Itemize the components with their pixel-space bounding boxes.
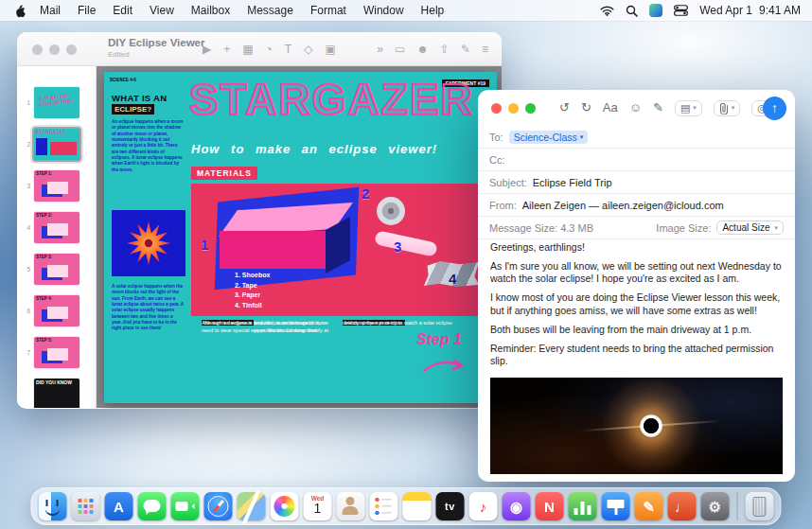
slide-thumb-box[interactable]: OUR BIG FAT ECLIPSE TRIP! xyxy=(34,87,79,118)
dock-icon-facetime[interactable] xyxy=(171,492,200,520)
menu-item[interactable]: Window xyxy=(355,0,413,21)
dock-icon-contacts[interactable] xyxy=(337,492,365,520)
subject-field-row[interactable]: Subject: Eclipse Field Trip xyxy=(478,171,795,194)
dock-icon-settings[interactable]: ⚙ xyxy=(701,492,730,520)
dock-icon-podcasts[interactable]: ◉ xyxy=(503,492,531,520)
format-text-icon[interactable]: Aa xyxy=(603,98,618,117)
slide-canvas[interactable]: SCIENCE 4-6 EXPERIMENT #19 WHAT IS AN EC… xyxy=(97,66,502,408)
dock-icon-garageband[interactable]: ♩ xyxy=(668,492,697,520)
send-button[interactable]: ↑ xyxy=(763,97,786,120)
pages-window[interactable]: DIY Eclipse Viewer Edited ▶+▦◔T◇▣ »▭☻⇧✎≡… xyxy=(17,32,502,409)
eclipse-attachment-image[interactable] xyxy=(490,378,783,474)
slide-thumbnail[interactable]: 6 STEP 4: xyxy=(21,295,96,326)
slide-thumb-box[interactable]: STEP 4: xyxy=(34,295,79,326)
markup-icon[interactable]: ✎ xyxy=(653,98,663,117)
pages-titlebar[interactable]: DIY Eclipse Viewer Edited ▶+▦◔T◇▣ »▭☻⇧✎≡ xyxy=(17,32,502,66)
dock-icon-finder[interactable] xyxy=(39,492,67,520)
message-body-editor[interactable]: Greetings, earthlings!As I'm sure you al… xyxy=(490,241,783,374)
slide-thumbnail[interactable]: 4 STEP 2: xyxy=(21,212,96,243)
dock-icon-calendar[interactable] xyxy=(304,492,332,520)
slide-thumb-box[interactable]: STEP 5: xyxy=(34,337,79,368)
dock-icon-safari[interactable] xyxy=(204,492,233,520)
image-size-dropdown[interactable]: Actual Size ▾ xyxy=(716,220,784,235)
recipient-token[interactable]: Science-Class ▾ xyxy=(509,131,589,144)
slide-thumbnail[interactable]: DID YOU KNOW xyxy=(21,379,96,408)
menu-item[interactable]: View xyxy=(141,0,183,21)
menu-item[interactable]: Help xyxy=(413,0,453,21)
from-field-row[interactable]: From: Aileen Zeigen — aileen.zeigen@iclo… xyxy=(478,194,795,217)
shape-icon[interactable]: ◇ xyxy=(304,41,312,58)
redo-icon[interactable]: ↻ xyxy=(581,98,591,117)
dock-icon-photos[interactable] xyxy=(271,492,299,520)
close-button[interactable] xyxy=(491,103,502,114)
dock-icon-news[interactable]: N xyxy=(536,492,564,520)
menu-item[interactable]: Format xyxy=(302,0,355,21)
menu-item[interactable]: Mailbox xyxy=(183,0,238,21)
slide-thumbnail[interactable]: 5 STEP 3: xyxy=(21,254,96,285)
share-icon[interactable]: ⇧ xyxy=(440,41,450,58)
dock-icon-maps[interactable] xyxy=(238,492,266,520)
menu-item[interactable]: Mail xyxy=(31,0,69,21)
photo-browser-button[interactable]: ▤ ▾ xyxy=(675,100,702,116)
view-options-icon[interactable]: ≡ xyxy=(482,41,488,58)
slide-thumbnail[interactable]: 1 OUR BIG FAT ECLIPSE TRIP! xyxy=(21,87,96,118)
dock-icon-music[interactable]: ♪ xyxy=(469,492,498,520)
text-icon[interactable]: T xyxy=(285,41,291,58)
collaborate-icon[interactable]: ☻ xyxy=(416,41,429,58)
to-field-row[interactable]: To: Science-Class ▾ xyxy=(478,126,795,149)
slide-thumb-box[interactable]: DID YOU KNOW xyxy=(34,379,79,408)
add-slide-icon[interactable]: + xyxy=(223,41,230,58)
play-icon[interactable]: ▶ xyxy=(203,41,211,58)
slide-thumbnail-sidebar[interactable]: 1 OUR BIG FAT ECLIPSE TRIP! 2 STARGAZER … xyxy=(17,66,97,408)
mail-compose-window[interactable]: ↺↻Aa☺✎ ▤ ▾ ▾ ◎ ▾ ↑ To: Science-Class ▾ C… xyxy=(478,90,795,482)
dock-icon-launchpad[interactable] xyxy=(72,492,100,520)
slide-thumbnail[interactable]: 3 STEP 1: xyxy=(21,170,96,202)
menu-clock[interactable]: Wed Apr 1 9:41 AM xyxy=(699,4,801,17)
menu-item[interactable]: Message xyxy=(238,0,302,21)
zoom-button[interactable] xyxy=(525,103,536,114)
dock-icon-keynote[interactable] xyxy=(602,492,630,520)
apple-logo-icon[interactable] xyxy=(13,4,26,18)
dock-icon-notes[interactable] xyxy=(403,492,432,520)
wifi-icon[interactable] xyxy=(600,6,614,16)
zoom-button[interactable] xyxy=(66,44,77,55)
media-icon[interactable]: ▣ xyxy=(325,41,335,58)
toolbar-glyph: T xyxy=(285,43,291,56)
dock-icon-reminders[interactable] xyxy=(370,492,398,520)
minimize-button[interactable] xyxy=(508,103,519,114)
slide-thumb-box[interactable]: STEP 3: xyxy=(34,254,79,285)
comment-icon[interactable]: ▭ xyxy=(395,41,405,58)
slide-thumbnail[interactable]: 7 STEP 5: xyxy=(21,337,96,368)
chart-icon[interactable]: ◔ xyxy=(266,41,273,58)
close-button[interactable] xyxy=(32,44,43,55)
slide-thumb-box[interactable]: STARGAZER xyxy=(34,129,79,160)
shoebox-front xyxy=(220,231,326,269)
dock-icon-trash[interactable] xyxy=(746,492,774,520)
more-icon[interactable]: » xyxy=(377,41,383,58)
format-icon[interactable]: ✎ xyxy=(461,41,470,58)
window-controls[interactable] xyxy=(491,103,536,114)
menu-item[interactable]: File xyxy=(69,0,104,21)
dock-icon-pages[interactable]: ✎ xyxy=(635,492,663,520)
dock-icon-tv[interactable]: tv xyxy=(436,492,465,520)
dock-icon-messages[interactable] xyxy=(138,492,167,520)
table-icon[interactable]: ▦ xyxy=(242,41,253,58)
attach-button[interactable]: ▾ xyxy=(714,100,741,116)
slide-thumb-box[interactable]: STEP 2: xyxy=(34,212,79,243)
minimize-button[interactable] xyxy=(49,44,60,55)
mail-titlebar[interactable]: ↺↻Aa☺✎ ▤ ▾ ▾ ◎ ▾ ↑ xyxy=(478,90,795,126)
user-avatar[interactable] xyxy=(649,4,662,17)
from-value[interactable]: Aileen Zeigen — aileen.zeigen@icloud.com xyxy=(522,200,724,211)
menu-item[interactable]: Edit xyxy=(104,0,141,21)
undo-icon[interactable]: ↺ xyxy=(559,98,570,117)
dock-icon-numbers[interactable] xyxy=(569,492,597,520)
control-center-icon[interactable] xyxy=(674,5,688,16)
emoji-icon[interactable]: ☺ xyxy=(629,98,642,117)
search-icon[interactable] xyxy=(626,5,638,17)
subject-value[interactable]: Eclipse Field Trip xyxy=(533,177,612,188)
slide-thumb-box[interactable]: STEP 1: xyxy=(34,170,79,202)
cc-field-row[interactable]: Cc: xyxy=(478,149,795,171)
window-controls[interactable] xyxy=(32,44,77,55)
slide-thumbnail[interactable]: 2 STARGAZER xyxy=(21,129,96,160)
dock-icon-app-store[interactable]: A xyxy=(105,492,133,520)
